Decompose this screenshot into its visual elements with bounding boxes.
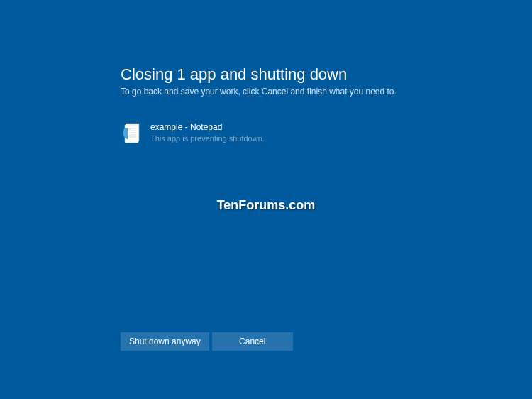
app-name: example - Notepad: [150, 122, 265, 133]
app-info: example - Notepad This app is preventing…: [150, 122, 265, 144]
button-row: Shut down anyway Cancel: [121, 332, 293, 351]
watermark-text: TenForums.com: [217, 198, 316, 213]
shutdown-dialog: Closing 1 app and shutting down To go ba…: [0, 0, 532, 145]
dialog-title: Closing 1 app and shutting down: [121, 65, 532, 84]
blocking-apps-list: example - Notepad This app is preventing…: [121, 122, 532, 145]
shutdown-anyway-button[interactable]: Shut down anyway: [121, 332, 209, 351]
app-item: example - Notepad This app is preventing…: [121, 122, 532, 145]
app-status: This app is preventing shutdown.: [150, 133, 265, 144]
dialog-subtitle: To go back and save your work, click Can…: [121, 87, 532, 97]
cancel-button[interactable]: Cancel: [212, 332, 293, 351]
notepad-icon: [121, 122, 143, 145]
